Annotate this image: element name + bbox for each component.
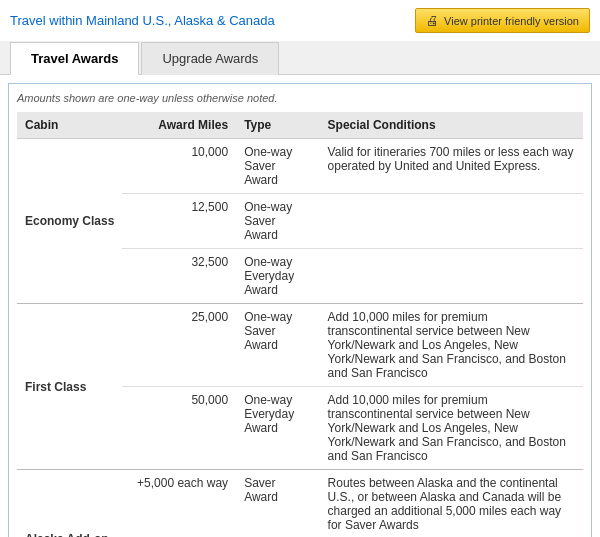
cabin-cell: Alaska Add-on — [17, 470, 122, 538]
col-cabin: Cabin — [17, 112, 122, 139]
conditions-cell — [320, 194, 583, 249]
content-area: Amounts shown are one-way unless otherwi… — [8, 83, 592, 537]
type-cell: One-way Saver Award — [236, 304, 319, 387]
table-row: Economy Class10,000One-way Saver AwardVa… — [17, 139, 583, 194]
type-cell: One-way Everyday Award — [236, 249, 319, 304]
col-type: Type — [236, 112, 319, 139]
tab-travel-awards[interactable]: Travel Awards — [10, 42, 139, 75]
col-miles: Award Miles — [122, 112, 236, 139]
printer-icon: 🖨 — [426, 13, 439, 28]
miles-cell: +5,000 each way — [122, 470, 236, 538]
table-row: First Class25,000One-way Saver AwardAdd … — [17, 304, 583, 387]
tab-upgrade-awards-label: Upgrade Awards — [162, 51, 258, 66]
conditions-cell: Add 10,000 miles for premium transcontin… — [320, 304, 583, 387]
note: Amounts shown are one-way unless otherwi… — [17, 92, 583, 104]
conditions-cell: Routes between Alaska and the continenta… — [320, 470, 583, 538]
col-conditions: Special Conditions — [320, 112, 583, 139]
page-title: Travel within Mainland U.S., Alaska & Ca… — [10, 13, 275, 28]
miles-cell: 25,000 — [122, 304, 236, 387]
miles-cell: 10,000 — [122, 139, 236, 194]
tab-upgrade-awards[interactable]: Upgrade Awards — [141, 42, 279, 75]
type-cell: One-way Everyday Award — [236, 387, 319, 470]
miles-cell: 12,500 — [122, 194, 236, 249]
miles-cell: 32,500 — [122, 249, 236, 304]
type-cell: Saver Award — [236, 470, 319, 538]
tabs-container: Travel Awards Upgrade Awards — [0, 41, 600, 75]
conditions-cell: Valid for itineraries 700 miles or less … — [320, 139, 583, 194]
tab-travel-awards-label: Travel Awards — [31, 51, 118, 66]
table-row: Alaska Add-on+5,000 each waySaver AwardR… — [17, 470, 583, 538]
conditions-cell — [320, 249, 583, 304]
cabin-cell: Economy Class — [17, 139, 122, 304]
cabin-cell: First Class — [17, 304, 122, 470]
type-cell: One-way Saver Award — [236, 194, 319, 249]
conditions-cell: Add 10,000 miles for premium transcontin… — [320, 387, 583, 470]
awards-table: Cabin Award Miles Type Special Condition… — [17, 112, 583, 537]
printer-button[interactable]: 🖨 View printer friendly version — [415, 8, 590, 33]
top-bar: Travel within Mainland U.S., Alaska & Ca… — [0, 0, 600, 41]
type-cell: One-way Saver Award — [236, 139, 319, 194]
printer-button-label: View printer friendly version — [444, 15, 579, 27]
miles-cell: 50,000 — [122, 387, 236, 470]
